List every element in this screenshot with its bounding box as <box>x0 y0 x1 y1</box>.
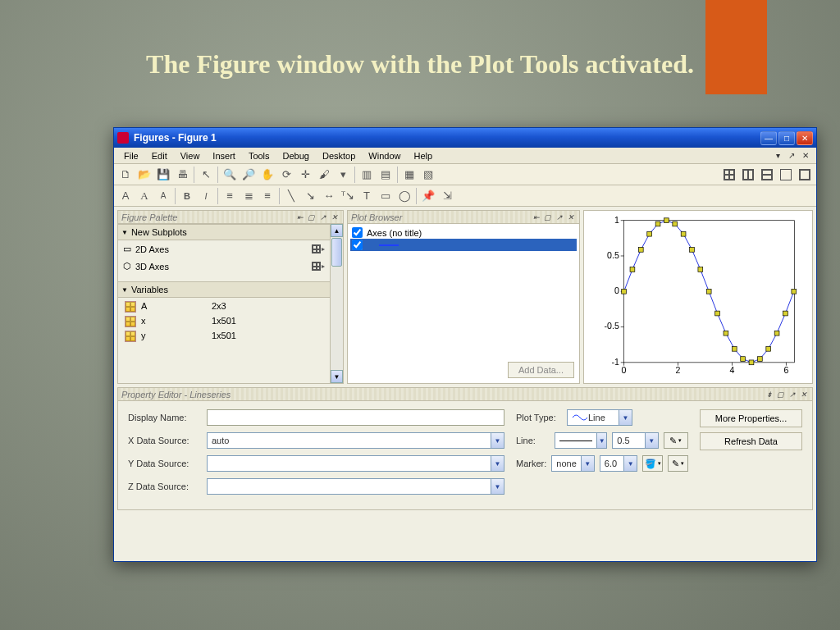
plottools-hide-icon[interactable]: ▦ <box>400 166 418 184</box>
chevron-down-icon[interactable]: ▼ <box>619 410 632 425</box>
x-src-combo[interactable]: auto▼ <box>207 432 504 449</box>
line-style-combo[interactable]: ▼ <box>555 432 607 449</box>
chevron-down-icon[interactable]: ▼ <box>645 433 658 448</box>
item-2d-axes[interactable]: ▭ 2D Axes ▸ <box>118 240 330 258</box>
refresh-data-button[interactable]: Refresh Data <box>700 432 802 450</box>
marker-size-combo[interactable]: 6.0▼ <box>600 455 637 472</box>
layout-1x2-icon[interactable] <box>739 166 757 184</box>
panel-dock-icon[interactable]: ⇟ <box>764 390 774 399</box>
menu-tools[interactable]: Tools <box>242 149 276 162</box>
chevron-down-icon[interactable]: ▼ <box>581 456 594 471</box>
plottools-show-icon[interactable]: ▧ <box>419 166 437 184</box>
scroll-thumb[interactable] <box>331 238 342 267</box>
variable-row[interactable]: A 2x3 <box>118 299 330 314</box>
menu-view[interactable]: View <box>174 149 207 162</box>
layout-2x1-icon[interactable] <box>758 166 776 184</box>
browser-item-series[interactable] <box>350 239 577 251</box>
minimize-button[interactable]: ― <box>760 131 777 145</box>
y-src-combo[interactable]: ▼ <box>207 455 504 472</box>
link-icon[interactable]: ▾ <box>334 166 352 184</box>
arrow-tool-icon[interactable]: ↘ <box>301 187 319 205</box>
marker-face-color-button[interactable]: 🪣▾ <box>642 455 663 472</box>
line-color-button[interactable]: ✎▾ <box>664 432 688 449</box>
undock-icon[interactable]: ↗ <box>786 150 797 162</box>
panel-dock-icon[interactable]: ⇤ <box>531 212 541 222</box>
panel-max-icon[interactable]: ↗ <box>554 212 564 222</box>
scroll-up-icon[interactable]: ▲ <box>331 224 343 237</box>
open-icon[interactable]: 📂 <box>135 166 153 184</box>
browser-item-axes[interactable]: Axes (no title) <box>350 226 577 239</box>
italic-icon[interactable]: I <box>197 187 215 205</box>
colorbar-icon[interactable]: ▥ <box>358 166 376 184</box>
menubar-close-icon[interactable]: ✕ <box>800 150 811 162</box>
close-button[interactable]: ✕ <box>797 131 813 145</box>
display-name-input[interactable] <box>207 409 504 426</box>
chevron-down-icon[interactable]: ▼ <box>491 433 504 448</box>
layout-max-icon[interactable] <box>777 166 795 184</box>
panel-min-icon[interactable]: ▢ <box>306 212 317 222</box>
scroll-down-icon[interactable]: ▼ <box>331 370 343 383</box>
align-center-icon[interactable]: ≣ <box>240 187 258 205</box>
section-variables[interactable]: ▼ Variables <box>118 281 330 298</box>
chevron-down-icon[interactable]: ▼ <box>596 433 606 448</box>
bold-icon[interactable]: B <box>178 187 196 205</box>
menu-file[interactable]: File <box>117 149 145 162</box>
section-new-subplots[interactable]: ▼ New Subplots <box>118 224 330 240</box>
print-icon[interactable]: 🖶 <box>173 166 191 184</box>
new-icon[interactable]: 🗋 <box>116 166 135 184</box>
font-bigger-icon[interactable]: A <box>116 187 135 205</box>
ellipse-tool-icon[interactable]: ◯ <box>395 187 413 205</box>
chevron-down-icon[interactable]: ▼ <box>623 456 637 471</box>
align-right-icon[interactable]: ≡ <box>258 187 276 205</box>
visibility-checkbox[interactable] <box>352 227 363 238</box>
menu-debug[interactable]: Debug <box>276 149 316 162</box>
plot-type-combo[interactable]: Line ▼ <box>567 409 632 426</box>
align-tool-icon[interactable]: ⇲ <box>438 187 456 205</box>
titlebar[interactable]: Figures - Figure 1 ― □ ✕ <box>114 128 816 148</box>
datacursor-icon[interactable]: ✛ <box>296 166 314 184</box>
menu-help[interactable]: Help <box>407 149 439 162</box>
visibility-checkbox[interactable] <box>352 240 363 250</box>
textarrow-tool-icon[interactable]: ᵀ↘ <box>339 187 357 205</box>
layout-single-icon[interactable] <box>796 166 814 184</box>
variable-row[interactable]: x 1x501 <box>118 314 330 329</box>
z-src-combo[interactable]: ▼ <box>207 478 504 495</box>
zoom-out-icon[interactable]: 🔎 <box>240 166 258 184</box>
panel-min-icon[interactable]: ▢ <box>542 212 553 222</box>
maximize-button[interactable]: □ <box>778 131 795 145</box>
legend-icon[interactable]: ▤ <box>377 166 395 184</box>
scrollbar[interactable]: ▲ ▼ <box>330 224 343 383</box>
chevron-down-icon[interactable]: ▼ <box>491 479 504 494</box>
brush-icon[interactable]: 🖌 <box>315 166 333 184</box>
line-width-combo[interactable]: 0.5▼ <box>612 432 658 449</box>
chevron-down-icon[interactable]: ▼ <box>491 456 504 471</box>
panel-min-icon[interactable]: ▢ <box>775 390 786 399</box>
axes-panel[interactable]: 0246-1-0.500.51 <box>583 210 813 384</box>
font-smaller-icon[interactable]: A <box>154 187 172 205</box>
rect-tool-icon[interactable]: ▭ <box>377 187 395 205</box>
panel-close-icon[interactable]: ✕ <box>798 390 809 399</box>
pointer-icon[interactable]: ↖ <box>197 166 215 184</box>
panel-dock-icon[interactable]: ⇤ <box>294 212 305 222</box>
panel-max-icon[interactable]: ↗ <box>787 390 797 399</box>
pan-icon[interactable]: ✋ <box>258 166 276 184</box>
panel-close-icon[interactable]: ✕ <box>565 212 576 222</box>
zoom-in-icon[interactable]: 🔍 <box>221 166 239 184</box>
more-properties-button[interactable]: More Properties... <box>700 409 802 427</box>
menu-edit[interactable]: Edit <box>145 149 174 162</box>
pin-tool-icon[interactable]: 📌 <box>419 187 437 205</box>
dblarrow-tool-icon[interactable]: ↔ <box>320 187 338 205</box>
marker-edge-color-button[interactable]: ✎▾ <box>668 455 688 472</box>
variable-row[interactable]: y 1x501 <box>118 329 330 344</box>
rotate3d-icon[interactable]: ⟳ <box>277 166 295 184</box>
save-icon[interactable]: 💾 <box>154 166 172 184</box>
marker-combo[interactable]: none▼ <box>551 455 594 472</box>
menu-desktop[interactable]: Desktop <box>316 149 362 162</box>
add-data-button[interactable]: Add Data... <box>508 362 574 378</box>
align-left-icon[interactable]: ≡ <box>221 187 239 205</box>
textbox-tool-icon[interactable]: T <box>358 187 376 205</box>
menu-window[interactable]: Window <box>362 149 407 162</box>
line-tool-icon[interactable]: ╲ <box>282 187 300 205</box>
item-3d-axes[interactable]: ⬡ 3D Axes ▸ <box>118 258 330 275</box>
dock-menu-icon[interactable]: ▾ <box>772 150 783 162</box>
